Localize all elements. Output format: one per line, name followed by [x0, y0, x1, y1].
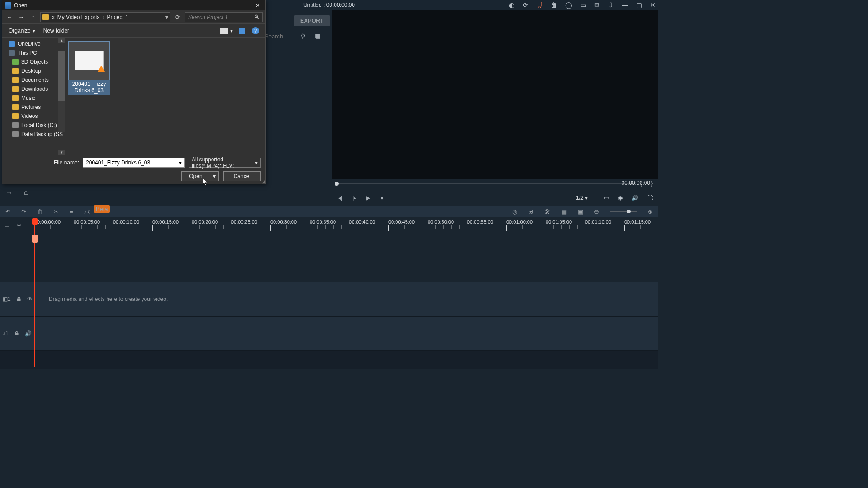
time-ruler[interactable]: 00:00:00:0000:00:05:0000:00:10:0000:00:1… [33, 218, 658, 233]
tree-item[interactable]: Desktop [2, 66, 65, 75]
export-button[interactable]: EXPORT [294, 15, 330, 26]
tree-item[interactable]: Local Disk (C:) [2, 121, 65, 130]
media-card-icon[interactable]: ▭ [6, 190, 11, 196]
preview-ratio-select[interactable]: 1/2 ▾ [576, 195, 595, 201]
tree-scroll-up-icon[interactable]: ▴ [58, 38, 65, 43]
filename-input[interactable]: 200401_Fizzy Drinks 6_03▾ [83, 158, 185, 168]
preview-scrubber[interactable]: { } [335, 182, 653, 185]
mail-icon[interactable]: ✉ [594, 1, 600, 9]
media-search-input[interactable] [264, 33, 292, 40]
maximize-icon[interactable]: ▢ [636, 1, 642, 9]
address-bar[interactable]: « My Video Exports › Project 1 ▾ [40, 12, 170, 22]
track-audio-icon[interactable]: ♪1 [3, 330, 9, 337]
sync-icon[interactable]: ⟳ [523, 1, 528, 9]
playhead-marker[interactable] [32, 218, 38, 225]
tree-scrollbar[interactable] [58, 51, 65, 132]
tree-item[interactable]: OneDrive [2, 39, 65, 48]
open-button[interactable]: Open ▾ [181, 171, 218, 181]
chevron-down-icon[interactable]: ▾ [255, 160, 258, 166]
volume-icon[interactable]: 🔊 [632, 195, 638, 201]
file-list[interactable]: 200401_FizzyDrinks 6_03 [65, 38, 265, 155]
list-icon[interactable]: ≡ [70, 208, 73, 215]
tree-scroll-down-icon[interactable]: ▾ [58, 150, 65, 155]
playhead[interactable] [34, 218, 35, 367]
zoom-slider[interactable] [610, 211, 637, 212]
search-icon[interactable]: 🔍︎ [254, 14, 259, 20]
note-icon[interactable]: ▭ [580, 1, 586, 9]
dialog-titlebar[interactable]: Open ✕ [2, 0, 265, 10]
shield-icon[interactable]: ⛨ [528, 208, 534, 215]
display-icon[interactable]: ▭ [604, 195, 609, 201]
mic-icon[interactable]: 🎤︎ [545, 208, 551, 215]
nav-back-icon[interactable]: ← [5, 13, 14, 22]
minimize-icon[interactable]: — [622, 1, 628, 9]
download-icon[interactable]: ⇩ [608, 1, 613, 9]
chevron-down-icon[interactable]: ▾ [179, 160, 182, 166]
help-icon[interactable]: ? [252, 27, 259, 34]
track-lock-icon[interactable]: 🔒︎ [14, 330, 19, 337]
stop-icon[interactable]: ■ [380, 195, 383, 201]
audio-track-1[interactable]: ♪1 🔒︎ 🔊 [0, 316, 658, 351]
file-item[interactable]: 200401_FizzyDrinks 6_03 [68, 41, 110, 95]
preview-pane-icon[interactable] [239, 28, 245, 34]
timeline-mode-a-icon[interactable]: ▭ [5, 222, 9, 229]
snapshot-icon[interactable]: ◉ [618, 195, 623, 201]
cart-icon[interactable]: 🛒︎ [536, 1, 542, 9]
nav-up-icon[interactable]: ↑ [28, 13, 38, 22]
file-thumbnail[interactable] [68, 41, 110, 80]
new-folder-button[interactable]: New folder [43, 28, 69, 34]
close-app-icon[interactable]: ✕ [650, 1, 656, 9]
refresh-icon[interactable]: ⟳ [173, 13, 182, 22]
zoom-in-icon[interactable]: ⊕ [648, 208, 653, 215]
cancel-button[interactable]: Cancel [223, 171, 261, 181]
track-speaker-icon[interactable]: 🔊 [25, 330, 32, 337]
filter-icon[interactable]: ⚲ [301, 33, 305, 40]
video-track-1[interactable]: ◧1 🔒︎ 👁 Drag media and effects here to c… [0, 282, 658, 316]
breadcrumb-item[interactable]: My Video Exports [57, 14, 100, 20]
bulb-icon[interactable]: ◐ [509, 1, 514, 9]
trash-icon[interactable]: 🗑 [551, 1, 557, 9]
redo-icon[interactable]: ↷ [21, 208, 26, 215]
timeline-link-icon[interactable]: ⚯ [17, 222, 21, 229]
breadcrumb-overflow[interactable]: « [52, 14, 55, 20]
track-eye-icon[interactable]: 👁 [27, 296, 33, 302]
user-icon[interactable]: ◯ [565, 1, 572, 9]
delete-icon[interactable]: 🗑 [37, 208, 43, 215]
pip-icon[interactable]: ▣ [578, 208, 583, 215]
notes-icon[interactable]: ▤ [561, 208, 567, 215]
playhead-grip[interactable] [32, 235, 38, 243]
view-mode-button[interactable]: ▾ [220, 28, 233, 34]
mark-out-icon[interactable]: } [651, 180, 653, 187]
fullscreen-icon[interactable]: ⛶ [647, 195, 653, 201]
audio-tool-icon[interactable]: ♪♫ [84, 208, 91, 215]
nav-forward-icon[interactable]: → [17, 13, 26, 22]
organize-menu[interactable]: Organize ▾ [9, 28, 35, 34]
dialog-close-icon[interactable]: ✕ [253, 2, 263, 9]
cut-icon[interactable]: ✂ [54, 208, 59, 215]
file-type-filter[interactable]: All supported files(*.MP4;*.FLV;▾ [189, 158, 261, 168]
tree-item[interactable]: This PC [2, 48, 65, 57]
breadcrumb-item[interactable]: Project 1 [107, 14, 128, 20]
open-split-dropdown-icon[interactable]: ▾ [210, 173, 218, 179]
tree-item[interactable]: Documents [2, 75, 65, 84]
grid-view-icon[interactable]: ▦ [314, 33, 320, 40]
media-folder-icon[interactable]: 🗀 [24, 190, 29, 196]
tree-item[interactable]: Downloads [2, 84, 65, 94]
play-icon[interactable]: ▶ [366, 195, 370, 201]
undo-icon[interactable]: ↶ [5, 208, 10, 215]
dialog-search-input[interactable]: Search Project 1 🔍︎ [185, 12, 263, 22]
address-dropdown-icon[interactable]: ▾ [165, 14, 168, 20]
track-lock-icon[interactable]: 🔒︎ [16, 296, 22, 302]
tree-item[interactable]: 3D Objects [2, 57, 65, 66]
zoom-out-icon[interactable]: ⊖ [594, 208, 599, 215]
tree-item[interactable]: Videos [2, 112, 65, 121]
next-frame-icon[interactable]: |▸ [352, 195, 356, 201]
tree-item[interactable]: Data Backup (SS [2, 130, 65, 139]
tree-scrollbar-thumb[interactable] [58, 51, 65, 101]
target-icon[interactable]: ◎ [512, 208, 517, 215]
resize-grip-icon[interactable]: ◢ [262, 179, 264, 184]
scrubber-handle[interactable] [335, 182, 339, 186]
track-video-icon[interactable]: ◧1 [3, 296, 11, 302]
tree-item[interactable]: Music [2, 94, 65, 103]
tree-item[interactable]: Pictures [2, 103, 65, 112]
